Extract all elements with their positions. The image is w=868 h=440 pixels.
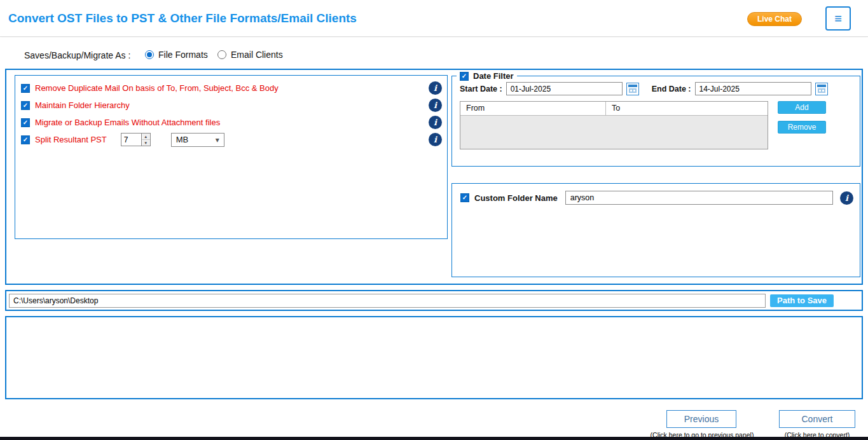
radio-email-clients[interactable]: Email Clients — [217, 50, 283, 60]
maintain-hierarchy-checkbox[interactable] — [21, 101, 30, 110]
radio-file-formats[interactable]: File Formats — [145, 50, 208, 60]
split-pst-label: Split Resultant PST — [35, 135, 107, 144]
start-date-label: Start Date : — [460, 85, 502, 93]
menu-button[interactable]: ≡ — [825, 6, 851, 31]
previous-button[interactable]: Previous — [666, 410, 736, 428]
save-path-row: Path to Save — [5, 290, 863, 311]
calendar-icon[interactable] — [815, 83, 828, 95]
save-as-label: Saves/Backup/Migrate As : — [24, 50, 130, 60]
remove-duplicates-label: Remove Duplicate Mail On basis of To, Fr… — [35, 83, 279, 93]
window-bottom-edge — [0, 437, 868, 440]
split-size-input[interactable] — [121, 134, 141, 146]
stepper-up-icon[interactable]: ▲ — [142, 134, 150, 140]
info-icon[interactable]: i — [840, 191, 853, 205]
stepper-down-icon[interactable]: ▼ — [142, 140, 150, 146]
option-row-without-attachments: Migrate or Backup Emails Without Attachm… — [15, 114, 447, 131]
app-window: Convert OST Files to PST & Other File Fo… — [0, 0, 868, 440]
date-filter-buttons: Add Remove — [778, 101, 826, 149]
chevron-down-icon: ▾ — [216, 135, 219, 144]
split-unit-dropdown[interactable]: MB ▾ — [171, 133, 224, 147]
split-pst-checkbox[interactable] — [21, 135, 30, 144]
save-path-input[interactable] — [9, 294, 766, 308]
custom-folder-row: Custom Folder Name i — [452, 184, 860, 205]
table-header-from: From — [460, 102, 606, 115]
option-row-remove-duplicates: Remove Duplicate Mail On basis of To, Fr… — [15, 79, 447, 97]
remove-button[interactable]: Remove — [778, 121, 826, 134]
from-to-table: From To — [460, 101, 768, 149]
status-log-panel — [5, 316, 863, 399]
split-unit-value: MB — [176, 135, 189, 144]
radio-selected-icon — [145, 50, 154, 59]
live-chat-button[interactable]: Live Chat — [747, 12, 802, 26]
info-icon[interactable]: i — [429, 133, 442, 146]
option-row-maintain-hierarchy: Maintain Folder Hierarchy i — [15, 97, 447, 114]
add-button[interactable]: Add — [778, 101, 826, 114]
radio-email-clients-label: Email Clients — [231, 50, 283, 60]
maintain-hierarchy-label: Maintain Folder Hierarchy — [35, 100, 130, 110]
conversion-options-panel: Remove Duplicate Mail On basis of To, Fr… — [15, 75, 448, 239]
radio-file-formats-label: File Formats — [158, 50, 208, 60]
custom-folder-label: Custom Folder Name — [474, 193, 558, 203]
end-date-label: End Date : — [652, 85, 691, 93]
hamburger-menu-icon: ≡ — [834, 11, 842, 26]
custom-folder-input[interactable] — [565, 191, 833, 205]
path-to-save-button[interactable]: Path to Save — [770, 294, 834, 307]
date-range-row: Start Date : End Date : — [452, 81, 860, 95]
info-icon[interactable]: i — [429, 99, 442, 112]
convert-button[interactable]: Convert — [779, 410, 855, 428]
without-attachments-label: Migrate or Backup Emails Without Attachm… — [35, 118, 220, 127]
custom-folder-checkbox[interactable] — [460, 193, 469, 202]
date-filter-label: Date Filter — [473, 71, 514, 81]
info-icon[interactable]: i — [429, 81, 442, 95]
date-filter-section: Date Filter Start Date : End Date : From… — [451, 71, 860, 167]
radio-unselected-icon — [217, 50, 226, 59]
table-header-row: From To — [460, 102, 768, 116]
header: Convert OST Files to PST & Other File Fo… — [0, 0, 868, 37]
end-date-input[interactable] — [695, 82, 811, 95]
date-filter-checkbox[interactable] — [460, 72, 469, 81]
table-header-to: To — [606, 102, 768, 115]
option-row-split-pst: Split Resultant PST ▲ ▼ MB ▾ i — [15, 131, 447, 148]
split-size-stepper: ▲ ▼ — [121, 133, 151, 146]
page-title: Convert OST Files to PST & Other File Fo… — [8, 11, 357, 25]
calendar-icon[interactable] — [626, 83, 639, 95]
info-icon[interactable]: i — [429, 116, 442, 129]
save-as-row: Saves/Backup/Migrate As : File Formats E… — [0, 38, 868, 67]
start-date-input[interactable] — [506, 82, 623, 95]
date-filter-legend: Date Filter — [457, 71, 517, 81]
without-attachments-checkbox[interactable] — [21, 118, 30, 127]
custom-folder-section: Custom Folder Name i — [451, 183, 860, 277]
remove-duplicates-checkbox[interactable] — [21, 84, 30, 93]
main-options-container: Remove Duplicate Mail On basis of To, Fr… — [5, 69, 863, 285]
date-filter-table-area: From To Add Remove — [460, 101, 860, 149]
